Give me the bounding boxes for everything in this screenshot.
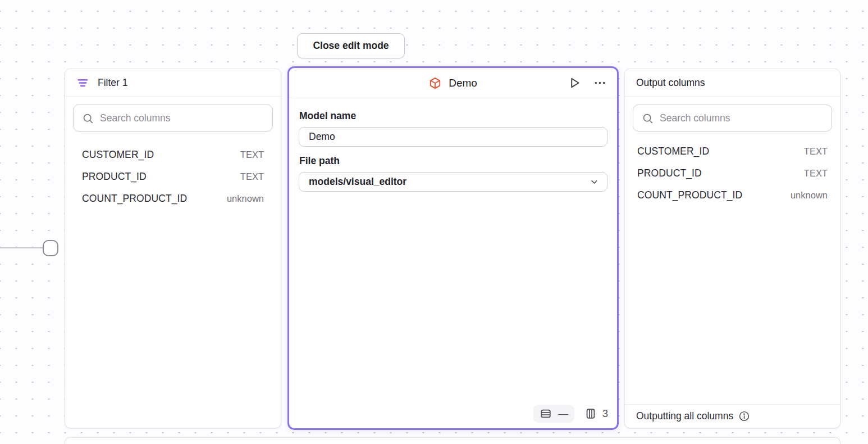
column-name: COUNT_PRODUCT_ID [637,189,742,201]
play-icon [568,76,581,89]
bottom-node-panel[interactable] [65,437,840,444]
filter-lines-icon [76,76,89,89]
file-path-label: File path [299,155,607,167]
column-type: unknown [227,193,264,204]
output-footer-text: Outputting all columns [636,410,733,422]
filter-search-box[interactable] [73,105,273,132]
output-panel-header: Output columns [625,69,840,97]
row-count-value: — [558,408,568,420]
column-row[interactable]: PRODUCT_ID TEXT [625,162,840,184]
column-name: PRODUCT_ID [82,171,147,183]
filter-panel-title: Filter 1 [98,77,127,89]
file-path-select[interactable]: models/visual_editor [299,172,607,192]
cube-icon [429,77,441,89]
column-type: unknown [791,190,828,201]
output-search-input[interactable] [660,112,823,124]
column-name: COUNT_PRODUCT_ID [82,193,187,205]
column-type: TEXT [240,149,264,160]
info-icon[interactable] [738,410,750,422]
column-name: CUSTOMER_ID [82,149,154,161]
column-name: CUSTOMER_ID [637,146,709,157]
model-panel-title: Demo [449,77,477,89]
column-type: TEXT [804,168,828,179]
table-columns-icon [584,407,597,420]
output-panel-title: Output columns [636,77,705,89]
run-model-button[interactable] [567,75,583,91]
model-name-label: Model name [299,110,607,122]
output-search-box[interactable] [633,105,832,132]
close-edit-mode-button[interactable]: Close edit mode [297,33,405,58]
chevron-down-icon [590,177,599,187]
model-node-panel: Demo Mod [287,66,619,430]
search-icon [642,112,654,124]
column-row[interactable]: PRODUCT_ID TEXT [65,166,281,188]
column-type: TEXT [804,146,828,157]
ellipsis-icon [593,76,606,89]
column-count-stat[interactable]: 3 [584,407,608,420]
edge-connector-handle[interactable] [43,240,58,256]
table-rows-icon [540,407,552,420]
column-row[interactable]: CUSTOMER_ID TEXT [625,141,840,162]
model-name-input[interactable] [299,127,607,147]
column-row[interactable]: CUSTOMER_ID TEXT [65,144,281,166]
column-row[interactable]: COUNT_PRODUCT_ID unknown [65,188,281,210]
model-panel-header: Demo [289,68,617,98]
search-icon [82,112,94,124]
column-count-value: 3 [602,408,608,420]
filter-column-list: CUSTOMER_ID TEXT PRODUCT_ID TEXT COUNT_P… [65,144,281,210]
row-count-stat[interactable]: — [533,405,574,423]
column-row[interactable]: COUNT_PRODUCT_ID unknown [625,184,840,206]
filter-panel-header: Filter 1 [65,69,281,97]
file-path-value: models/visual_editor [309,176,406,188]
edge-connector-line [0,247,44,248]
output-footer: Outputting all columns [625,404,840,428]
more-options-button[interactable] [592,75,608,91]
output-columns-panel: Output columns CUSTOMER_ID TEXT PRODUCT_… [624,69,840,428]
filter-node-panel: Filter 1 CUSTOMER_ID TEXT PRODUCT_ID TEX… [65,69,281,428]
column-name: PRODUCT_ID [637,167,702,179]
filter-search-input[interactable] [100,112,264,124]
flow-canvas[interactable]: Close edit mode Filter 1 [0,0,868,444]
output-column-list: CUSTOMER_ID TEXT PRODUCT_ID TEXT COUNT_P… [625,141,840,206]
column-type: TEXT [240,171,264,182]
